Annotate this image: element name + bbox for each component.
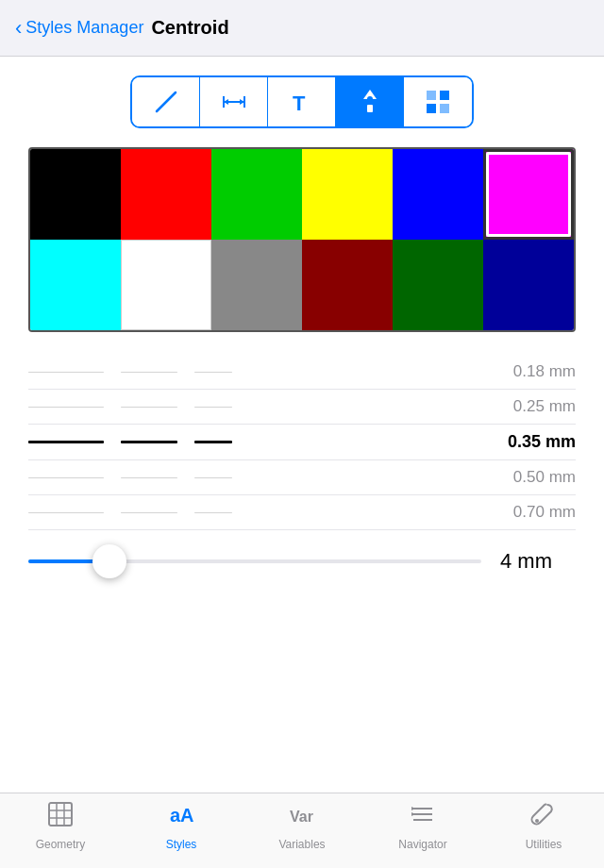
stroke-label-4: 0.70 mm <box>491 503 576 522</box>
utilities-icon <box>530 801 557 834</box>
tab-label-variables: Variables <box>278 838 325 851</box>
back-button[interactable]: ‹ Styles Manager <box>15 18 143 39</box>
back-chevron-icon: ‹ <box>15 18 22 39</box>
tab-bar: GeometryaAStylesVarVariablesNavigatorUti… <box>0 793 604 868</box>
header: ‹ Styles Manager Centroid <box>0 0 604 57</box>
color-grid <box>28 147 576 332</box>
toolbar-pattern-button[interactable] <box>404 77 472 126</box>
svg-rect-7 <box>367 105 373 112</box>
toolbar-line-button[interactable] <box>132 77 200 126</box>
svg-text:T: T <box>293 92 306 115</box>
back-label: Styles Manager <box>25 18 143 38</box>
variables-icon: Var <box>289 801 315 834</box>
stroke-line-visual <box>121 477 177 478</box>
tab-styles[interactable]: aAStyles <box>121 801 242 851</box>
stroke-line-visual <box>28 477 104 478</box>
geometry-icon <box>47 801 74 834</box>
color-cell-8[interactable] <box>211 240 302 330</box>
pin-icon <box>356 88 384 116</box>
svg-text:Var: Var <box>290 809 313 825</box>
tab-navigator[interactable]: Navigator <box>362 801 483 851</box>
svg-point-24 <box>535 819 539 823</box>
stroke-line-visual <box>121 372 177 373</box>
toolbar-row: T <box>28 75 576 128</box>
color-cell-3[interactable] <box>302 149 393 240</box>
color-cell-9[interactable] <box>302 240 393 330</box>
svg-point-9 <box>367 96 373 102</box>
stroke-lines-2 <box>28 441 491 443</box>
navigator-icon <box>410 801 436 834</box>
tab-label-navigator: Navigator <box>398 838 446 851</box>
tab-utilities[interactable]: Utilities <box>483 801 604 851</box>
stroke-line-visual <box>28 441 104 443</box>
color-cell-5[interactable] <box>483 149 574 240</box>
color-cell-10[interactable] <box>393 240 483 330</box>
tab-variables[interactable]: VarVariables <box>242 801 362 851</box>
stroke-row-1[interactable]: 0.25 mm <box>28 390 576 425</box>
slider-value: 4 mm <box>500 549 576 574</box>
color-cell-7[interactable] <box>121 240 211 330</box>
stroke-lines-1 <box>28 407 491 408</box>
stroke-label-2: 0.35 mm <box>491 432 576 452</box>
stroke-label-0: 0.18 mm <box>491 362 576 381</box>
svg-rect-14 <box>49 803 72 826</box>
stroke-line-visual <box>194 407 232 408</box>
stroke-line-visual <box>28 372 104 373</box>
tab-label-styles: Styles <box>166 838 197 851</box>
svg-rect-10 <box>427 91 436 100</box>
stroke-label-3: 0.50 mm <box>491 468 576 487</box>
stroke-line-visual <box>28 407 104 408</box>
svg-rect-12 <box>427 104 436 113</box>
stroke-lines-4 <box>28 512 491 513</box>
slider-thumb[interactable] <box>92 544 126 578</box>
stroke-line-visual <box>194 477 232 478</box>
stroke-section: 0.18 mm0.25 mm0.35 mm0.50 mm0.70 mm <box>28 355 576 530</box>
stroke-line-visual <box>194 372 232 373</box>
svg-line-0 <box>157 92 176 111</box>
stroke-row-4[interactable]: 0.70 mm <box>28 495 576 530</box>
stroke-row-2[interactable]: 0.35 mm <box>28 425 576 460</box>
stroke-row-3[interactable]: 0.50 mm <box>28 460 576 495</box>
pattern-icon <box>424 88 452 116</box>
toolbar-text-button[interactable]: T <box>268 77 336 126</box>
line-icon <box>152 88 180 116</box>
slider-section: 4 mm <box>28 549 576 574</box>
width-icon <box>220 88 248 116</box>
tab-label-utilities: Utilities <box>526 838 562 851</box>
slider-track[interactable] <box>28 559 481 563</box>
stroke-label-1: 0.25 mm <box>491 397 576 416</box>
stroke-row-0[interactable]: 0.18 mm <box>28 355 576 390</box>
color-cell-1[interactable] <box>121 149 211 240</box>
stroke-line-visual <box>121 441 177 443</box>
color-cell-2[interactable] <box>211 149 302 240</box>
tab-label-geometry: Geometry <box>36 838 86 851</box>
stroke-line-visual <box>121 407 177 408</box>
color-cell-4[interactable] <box>393 149 483 240</box>
toolbar-width-button[interactable] <box>200 77 268 126</box>
stroke-line-visual <box>194 512 232 513</box>
main-content: T <box>0 57 604 793</box>
stroke-line-visual <box>28 512 104 513</box>
svg-rect-11 <box>440 91 449 100</box>
tab-geometry[interactable]: Geometry <box>0 801 121 851</box>
toolbar-pin-button[interactable] <box>336 77 404 126</box>
color-cell-0[interactable] <box>30 149 121 240</box>
color-cell-6[interactable] <box>30 240 121 330</box>
svg-text:aA: aA <box>170 805 194 826</box>
stroke-line-visual <box>121 512 177 513</box>
styles-icon: aA <box>168 801 194 834</box>
text-icon: T <box>288 88 316 116</box>
color-cell-11[interactable] <box>483 240 574 330</box>
svg-rect-13 <box>440 104 449 113</box>
toolbar-group: T <box>130 75 474 128</box>
stroke-line-visual <box>194 441 232 443</box>
stroke-lines-0 <box>28 372 491 373</box>
page-title: Centroid <box>151 17 228 39</box>
stroke-lines-3 <box>28 477 491 478</box>
